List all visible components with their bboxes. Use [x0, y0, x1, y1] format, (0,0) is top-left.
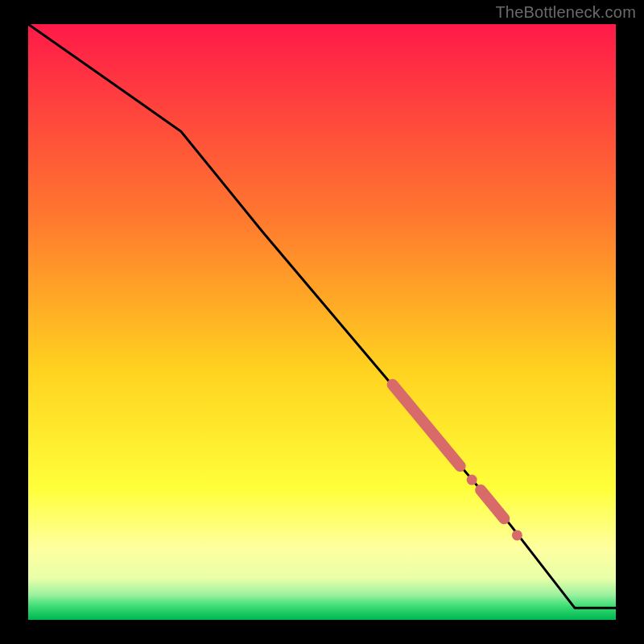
- watermark-text: TheBottleneck.com: [495, 3, 636, 22]
- highlight-dot-1: [512, 530, 522, 540]
- plot-area: [28, 24, 616, 620]
- chart-svg: [0, 0, 644, 644]
- chart-stage: TheBottleneck.com: [0, 0, 644, 644]
- highlight-dot-0: [467, 475, 477, 485]
